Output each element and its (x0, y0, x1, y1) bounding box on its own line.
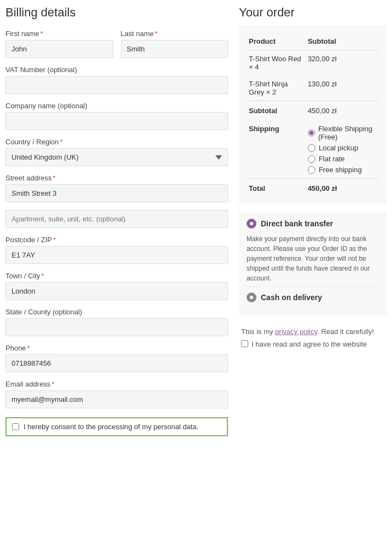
payment-section: Direct bank transfer Make your payment d… (239, 211, 387, 315)
state-label: State / County (optional) (5, 308, 228, 316)
cash-radio[interactable] (247, 293, 256, 302)
total-label: Total (247, 179, 306, 197)
consent-checkbox[interactable] (12, 423, 19, 430)
city-label: Town / City* (5, 272, 228, 280)
shipping-row: Shipping Flexible Shipping (Free) Local … (247, 119, 379, 179)
product-header: Product (247, 33, 306, 50)
email-label: Email address* (5, 380, 228, 388)
apartment-group (5, 210, 228, 228)
shipping-label-2: Local pickup (319, 144, 358, 152)
product-price-2: 130,00 zł (306, 75, 379, 101)
billing-title: Billing details (5, 5, 228, 20)
subtotal-header: Subtotal (306, 33, 379, 50)
phone-input[interactable] (5, 354, 228, 372)
consent-box: I hereby consent to the processing of my… (5, 417, 228, 436)
phone-group: Phone* (5, 344, 228, 372)
agree-row: I have read and agree to the website (241, 340, 384, 348)
apartment-input[interactable] (5, 210, 228, 228)
vat-group: VAT Number (optional) (5, 66, 228, 94)
shipping-option-3: Flat rate (308, 155, 377, 163)
vat-label: VAT Number (optional) (5, 66, 228, 74)
direct-bank-label: Direct bank transfer (261, 219, 333, 228)
last-name-group: Last name* (121, 30, 229, 58)
company-input[interactable] (5, 112, 228, 130)
total-row: Total 450,00 zł (247, 179, 379, 197)
shipping-radio-2[interactable] (308, 144, 315, 152)
direct-bank-desc: Make your payment directly into our bank… (247, 234, 379, 283)
state-input[interactable] (5, 318, 228, 336)
city-group: Town / City* (5, 272, 228, 300)
shipping-label-1: Flexible Shipping (Free) (318, 125, 377, 141)
city-input[interactable] (5, 282, 228, 300)
country-label: Country / Region* (5, 138, 228, 146)
first-name-input[interactable] (5, 40, 113, 58)
direct-bank-radio[interactable] (247, 219, 256, 229)
privacy-policy-link[interactable]: privacy policy (275, 327, 317, 336)
postcode-label: Postcode / ZIP* (5, 236, 228, 244)
vat-input[interactable] (5, 76, 228, 94)
first-name-group: First name* (5, 30, 113, 58)
consent-label: I hereby consent to the processing of my… (24, 423, 198, 431)
order-table: Product Subtotal T-Shirt Woo Red × 4 320… (247, 33, 379, 197)
company-label: Company name (optional) (5, 102, 228, 110)
order-title: Your order (239, 5, 387, 20)
product-qty-1: × 4 (249, 63, 259, 71)
company-group: Company name (optional) (5, 102, 228, 130)
state-group: State / County (optional) (5, 308, 228, 336)
phone-label: Phone* (5, 344, 228, 352)
shipping-option-2: Local pickup (308, 144, 377, 152)
total-value: 450,00 zł (306, 179, 379, 197)
shipping-radio-4[interactable] (308, 166, 315, 174)
billing-details-section: Billing details First name* Last name* V… (5, 5, 228, 436)
last-name-label: Last name* (121, 30, 229, 38)
shipping-options-cell: Flexible Shipping (Free) Local pickup Fl… (306, 119, 379, 179)
shipping-option-4: Free shipping (308, 166, 377, 174)
subtotal-value: 450,00 zł (306, 101, 379, 120)
last-name-input[interactable] (121, 40, 229, 58)
order-summary-section: Your order Product Subtotal T-Shirt Woo … (239, 5, 387, 436)
subtotal-label: Subtotal (247, 101, 306, 120)
street-group: Street address* (5, 174, 228, 202)
shipping-option-1: Flexible Shipping (Free) (308, 125, 377, 141)
street-label: Street address* (5, 174, 228, 182)
product-name-1: T-Shirt Woo Red × 4 (247, 50, 306, 76)
email-input[interactable] (5, 390, 228, 408)
privacy-section: This is my privacy policy. Read it caref… (239, 322, 387, 354)
street-input[interactable] (5, 184, 228, 202)
product-qty-2: × 2 (266, 88, 276, 96)
shipping-label-4: Free shipping (319, 166, 362, 174)
agree-checkbox[interactable] (241, 340, 248, 347)
privacy-text: This is my privacy policy. Read it caref… (241, 327, 384, 336)
shipping-radio-3[interactable] (308, 155, 315, 163)
subtotal-row: Subtotal 450,00 zł (247, 101, 379, 120)
shipping-options: Flexible Shipping (Free) Local pickup Fl… (308, 125, 377, 174)
agree-text: I have read and agree to the website (251, 340, 367, 348)
table-row: T-Shirt Ninja Grey × 2 130,00 zł (247, 75, 379, 101)
postcode-group: Postcode / ZIP* (5, 236, 228, 264)
cash-label: Cash on delivery (261, 293, 322, 302)
country-select[interactable]: United Kingdom (UK) Poland Germany Franc… (5, 148, 228, 166)
shipping-label: Shipping (247, 119, 306, 179)
country-group: Country / Region* United Kingdom (UK) Po… (5, 138, 228, 166)
shipping-radio-1[interactable] (308, 129, 315, 137)
table-row: T-Shirt Woo Red × 4 320,00 zł (247, 50, 379, 76)
shipping-label-3: Flat rate (319, 155, 345, 163)
first-name-label: First name* (5, 30, 113, 38)
order-table-section: Product Subtotal T-Shirt Woo Red × 4 320… (239, 25, 387, 204)
direct-bank-option: Direct bank transfer (247, 219, 379, 229)
email-group: Email address* (5, 380, 228, 408)
cash-option: Cash on delivery (247, 293, 379, 302)
product-name-2: T-Shirt Ninja Grey × 2 (247, 75, 306, 101)
product-price-1: 320,00 zł (306, 50, 379, 76)
postcode-input[interactable] (5, 246, 228, 264)
